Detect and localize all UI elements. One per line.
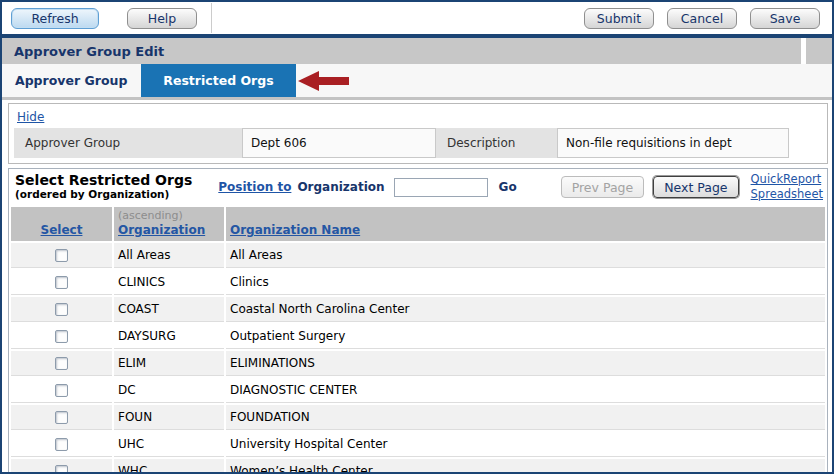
refresh-button[interactable]: Refresh	[11, 8, 99, 29]
toolbar-action-group: Submit Cancel Save	[584, 8, 820, 29]
tab-approver-group[interactable]: Approver Group	[2, 64, 141, 97]
organization-name-sort-link[interactable]: Organization Name	[230, 223, 360, 237]
header-field-row: Approver Group Dept 606 Description Non-…	[14, 128, 822, 158]
table-row: DCDIAGNOSTIC CENTER	[11, 378, 825, 403]
org-name-cell: Women’s Health Center	[226, 459, 825, 474]
section-title-block: Select Restricted Orgs (ordered by Organ…	[15, 173, 192, 201]
org-code-cell: DC	[114, 378, 224, 403]
table-row: DAYSURGOutpatient Surgery	[11, 324, 825, 349]
toolbar-divider	[211, 3, 212, 33]
prev-page-button[interactable]: Prev Page	[561, 176, 645, 198]
organization-sort-link[interactable]: Organization	[118, 223, 205, 237]
org-name-cell: Outpatient Surgery	[226, 324, 825, 349]
annotation-arrow-wrap	[298, 64, 350, 97]
select-cell	[11, 297, 112, 322]
select-cell	[11, 243, 112, 268]
org-code-cell: WHC	[114, 459, 224, 474]
hide-link[interactable]: Hide	[17, 110, 44, 124]
org-table-body: All AreasAll AreasCLINICSClinicsCOASTCoa…	[11, 243, 825, 474]
top-toolbar: Refresh Help Submit Cancel Save	[2, 2, 832, 34]
organization-search-input[interactable]	[394, 178, 488, 197]
table-row: UHCUniversity Hospital Center	[11, 432, 825, 457]
row-checkbox[interactable]	[55, 303, 68, 316]
org-code-cell: COAST	[114, 297, 224, 322]
org-code-cell: FOUN	[114, 405, 224, 430]
save-button[interactable]: Save	[750, 8, 820, 29]
org-name-cell: Coastal North Carolina Center	[226, 297, 825, 322]
row-checkbox[interactable]	[55, 384, 68, 397]
restricted-orgs-section: Select Restricted Orgs (ordered by Organ…	[8, 168, 828, 474]
table-row: ELIMELIMINATIONS	[11, 351, 825, 376]
table-row: COASTCoastal North Carolina Center	[11, 297, 825, 322]
description-label: Description	[436, 128, 557, 158]
pager-controls: Prev Page Next Page	[561, 176, 739, 198]
approver-group-edit-window: Refresh Help Submit Cancel Save Approver…	[0, 0, 834, 474]
quickreport-link[interactable]: QuickReport	[751, 172, 823, 187]
org-name-cell: University Hospital Center	[226, 432, 825, 457]
select-cell	[11, 324, 112, 349]
org-name-cell: DIAGNOSTIC CENTER	[226, 378, 825, 403]
spreadsheet-link[interactable]: Spreadsheet	[751, 187, 823, 202]
table-row: WHCWomen’s Health Center	[11, 459, 825, 474]
organization-name-column-header: Organization Name	[226, 207, 825, 241]
select-cell	[11, 405, 112, 430]
header-form-panel: Hide Approver Group Dept 606 Description…	[8, 103, 828, 164]
ascending-indicator: (ascending)	[118, 209, 220, 222]
organization-field-label: Organization	[297, 180, 384, 194]
red-arrow-icon	[298, 70, 350, 92]
table-row: All AreasAll Areas	[11, 243, 825, 268]
table-row: CLINICSClinics	[11, 270, 825, 295]
organization-column-header: (ascending) Organization	[114, 207, 224, 241]
cancel-button[interactable]: Cancel	[667, 8, 737, 29]
section-header: Select Restricted Orgs (ordered by Organ…	[9, 169, 827, 205]
section-title: Select Restricted Orgs	[15, 173, 192, 187]
title-band: Approver Group Edit	[2, 38, 832, 64]
select-sort-link[interactable]: Select	[41, 223, 83, 237]
row-checkbox[interactable]	[55, 357, 68, 370]
org-code-cell: UHC	[114, 432, 224, 457]
go-button[interactable]: Go	[499, 180, 517, 194]
next-page-button[interactable]: Next Page	[653, 176, 738, 198]
row-checkbox[interactable]	[55, 465, 68, 474]
approver-group-value: Dept 606	[242, 128, 436, 158]
row-checkbox[interactable]	[55, 411, 68, 424]
title-band-cap	[806, 38, 832, 64]
select-cell	[11, 378, 112, 403]
tab-restricted-orgs[interactable]: Restricted Orgs	[141, 64, 295, 97]
org-name-cell: Clinics	[226, 270, 825, 295]
help-button[interactable]: Help	[127, 8, 197, 29]
table-row: FOUNFOUNDATION	[11, 405, 825, 430]
org-name-cell: ELIMINATIONS	[226, 351, 825, 376]
select-cell	[11, 270, 112, 295]
org-code-cell: All Areas	[114, 243, 224, 268]
select-cell	[11, 459, 112, 474]
page-title: Approver Group Edit	[2, 38, 801, 64]
description-value: Non-file requisitions in dept	[557, 128, 789, 158]
org-name-cell: All Areas	[226, 243, 825, 268]
report-links: QuickReport Spreadsheet	[751, 172, 823, 202]
select-cell	[11, 432, 112, 457]
position-to-link[interactable]: Position to	[218, 180, 291, 194]
org-code-cell: DAYSURG	[114, 324, 224, 349]
approver-group-label: Approver Group	[14, 128, 242, 158]
row-checkbox[interactable]	[55, 330, 68, 343]
org-name-cell: FOUNDATION	[226, 405, 825, 430]
org-code-cell: ELIM	[114, 351, 224, 376]
select-column-header: Select	[11, 207, 112, 241]
row-checkbox[interactable]	[55, 276, 68, 289]
restricted-orgs-table: Select (ascending) Organization Organiza…	[9, 205, 827, 474]
submit-button[interactable]: Submit	[584, 8, 654, 29]
org-code-cell: CLINICS	[114, 270, 224, 295]
row-checkbox[interactable]	[55, 438, 68, 451]
row-checkbox[interactable]	[55, 249, 68, 262]
section-subtitle: (ordered by Organization)	[15, 187, 192, 201]
tab-strip: Approver Group Restricted Orgs	[2, 64, 832, 100]
position-to-group: Position to Organization Go	[218, 178, 516, 197]
table-header-row: Select (ascending) Organization Organiza…	[11, 207, 825, 241]
select-cell	[11, 351, 112, 376]
